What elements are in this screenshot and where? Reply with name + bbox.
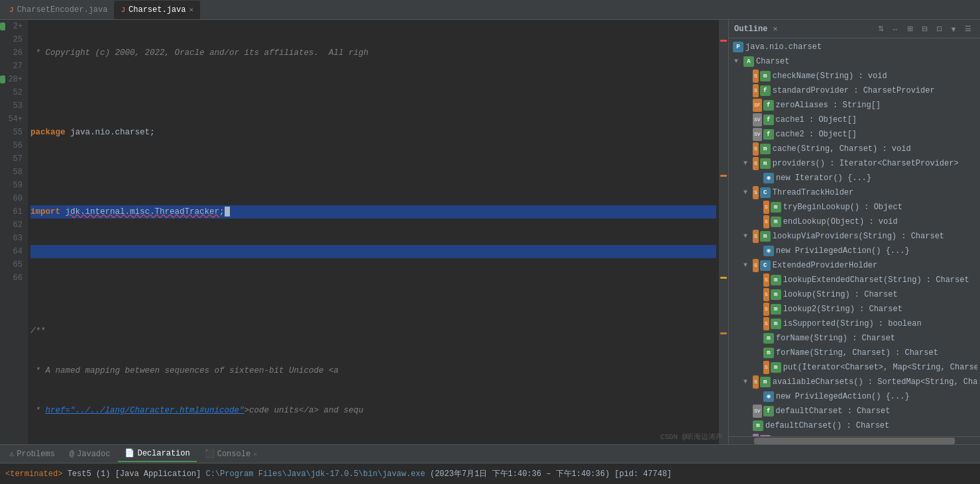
outline-filter-btn[interactable]: ⊡ <box>932 23 946 35</box>
console-time: (2023年7月1日 下午1:40:36 – 下午1:40:36) [pid: … <box>430 469 672 479</box>
tab-charset-label: Charset.java <box>129 5 186 15</box>
line-num-2: 2+ <box>5 20 23 33</box>
outline-item-put[interactable]: S m put(Iterator<Charset>, Map<String, C… <box>729 360 980 375</box>
line-num-54: 54+ <box>5 113 23 126</box>
code-line-54: /** <box>30 324 716 338</box>
forname2-label: forName(String, Charset) : Charset <box>776 346 938 360</box>
badge-s-is: S <box>763 317 769 330</box>
cache-method-label: cache(String, Charset) : void <box>773 142 911 156</box>
badge-s-put: S <box>763 361 769 374</box>
bottom-tab-javadoc[interactable]: @ Javadoc <box>63 446 117 462</box>
outline-item-lookupviaproviders[interactable]: ▼ S m lookupViaProviders(String) : Chars… <box>729 229 980 244</box>
outline-toolbar: ⇅ ↔ ⊞ ⊟ ⊡ ▼ ☰ <box>874 23 975 35</box>
standardprovider-label: standardProvider : CharsetProvider <box>773 84 935 97</box>
line-num-65: 65 <box>5 258 23 271</box>
bottom-tab-problems[interactable]: ⚠ Problems <box>3 446 62 462</box>
line-num-56: 56 <box>5 139 23 152</box>
tab-charset[interactable]: J Charset.java ✕ <box>114 1 200 19</box>
watermark: CSDN @听海边涛声 <box>660 432 723 442</box>
expand-icon-charset: ▼ <box>734 55 743 68</box>
outline-more-btn[interactable]: ▼ <box>947 23 960 35</box>
outline-item-issupported[interactable]: S m isSupported(String) : boolean <box>729 316 980 331</box>
outline-collapse-btn[interactable]: ⊟ <box>918 23 931 35</box>
tab-close-icon[interactable]: ✕ <box>189 5 193 14</box>
outline-item-providers[interactable]: ▼ S m providers() : Iterator<CharsetProv… <box>729 156 980 171</box>
editor-scrollbar[interactable] <box>719 20 728 444</box>
bottom-tab-console[interactable]: ⬛ Console ✕ <box>198 446 264 462</box>
outline-item-cache1[interactable]: SV f cache1 : Object[] <box>729 113 980 127</box>
endlookup-label: endLookup(Object) : void <box>783 215 898 228</box>
outline-item-trybegin[interactable]: S m tryBeginLookup() : Object <box>729 200 980 215</box>
outline-hide-btn[interactable]: ☰ <box>961 23 975 35</box>
tab-charsetencoder[interactable]: J CharsetEncoder.java <box>3 1 114 19</box>
outline-item-defaultcharset-method[interactable]: m defaultCharset() : Charset <box>729 418 980 433</box>
outline-item-standardprovider[interactable]: S f standardProvider : CharsetProvider <box>729 83 980 98</box>
bottom-tab-declaration[interactable]: 📄 Declaration <box>118 446 196 462</box>
new-privileged-2-label: new PrivilegedAction() {...} <box>776 390 910 403</box>
available-label: availableCharsets() : SortedMap<String, … <box>773 375 977 389</box>
badge-s-lookup: S <box>763 288 769 301</box>
tab-icon-java: J <box>9 6 14 14</box>
outline-expand-btn[interactable]: ⊞ <box>903 23 916 35</box>
method-icon-endlookup: m <box>771 217 781 227</box>
outline-item-new-privileged-1[interactable]: ◉ new PrivilegedAction() {...} <box>729 244 980 258</box>
outline-item-lookupextended[interactable]: S m lookupExtendedCharset(String) : Char… <box>729 273 980 287</box>
outline-item-zeroaliases[interactable]: SF f zeroAliases : String[] <box>729 98 980 113</box>
outline-item-extendedproviderholder[interactable]: ▼ S C ExtendedProviderHolder <box>729 258 980 273</box>
line-num-52: 52 <box>5 86 23 99</box>
zeroaliases-label: zeroAliases : String[] <box>776 99 881 112</box>
outline-item-cache-method[interactable]: S m cache(String, Charset) : void <box>729 142 980 156</box>
javadoc-label: Javadoc <box>77 450 110 459</box>
line-num-26: 26 <box>5 46 23 60</box>
outline-item-available[interactable]: ▼ S m availableCharsets() : SortedMap<St… <box>729 375 980 389</box>
tab-charsetencoder-label: CharsetEncoder.java <box>17 5 108 15</box>
badge-s-lookup2: S <box>763 303 769 316</box>
outline-item-threadtrackholder[interactable]: ▼ S C ThreadTrackHolder <box>729 185 980 200</box>
outline-item-forname1[interactable]: m forName(String) : Charset <box>729 331 980 346</box>
outline-item-charset[interactable]: ▼ A Charset <box>729 54 980 69</box>
expand-available: ▼ <box>743 375 753 389</box>
le-label: lookupExtendedCharset(String) : Charset <box>783 273 969 287</box>
outline-item-cache2[interactable]: SV f cache2 : Object[] <box>729 127 980 142</box>
expand-eph: ▼ <box>743 259 753 272</box>
outline-close-icon[interactable]: ✕ <box>773 24 777 34</box>
eph-label: ExtendedProviderHolder <box>773 259 877 272</box>
outline-item-checkname[interactable]: S m checkName(String) : void <box>729 69 980 83</box>
cache2-label: cache2 : Object[] <box>776 128 857 141</box>
code-line-27 <box>30 166 716 179</box>
console-close-icon[interactable]: ✕ <box>253 450 257 458</box>
outline-item-endlookup[interactable]: S m endLookup(Object) : void <box>729 215 980 229</box>
code-container[interactable]: 2+ 25 26 27 28+ 52 53 54+ 55 56 57 58 59… <box>0 20 728 444</box>
outline-item-new-privileged-2[interactable]: ◉ new PrivilegedAction() {...} <box>729 389 980 404</box>
method-icon-avail: m <box>760 377 771 387</box>
badge-sv-dc: SV <box>753 405 762 418</box>
main-area: 2+ 25 26 27 28+ 52 53 54+ 55 56 57 58 59… <box>0 20 980 444</box>
badge-s-sp: S <box>753 84 759 97</box>
badge-sv-c1: SV <box>753 113 762 126</box>
code-content[interactable]: * Copyright (c) 2000, 2022, Oracle and/o… <box>28 20 719 444</box>
badge-s-cache: S <box>753 142 759 156</box>
lookup-label: lookup(String) : Charset <box>783 288 898 301</box>
line-num-62: 62 <box>5 218 23 232</box>
line-num-59: 59 <box>5 179 23 192</box>
code-line-28: import jdk.internal.misc.ThreadTracker; <box>30 205 716 218</box>
terminated-indicator: <terminated> Test5 (1) [Java Application… <box>5 468 672 479</box>
method-icon-trybegin: m <box>771 202 781 213</box>
outline-root: P java.nio.charset <box>729 40 980 54</box>
outline-scrollbar[interactable] <box>754 438 955 444</box>
scroll-marker-4 <box>720 332 727 334</box>
outline-item-forname2[interactable]: m forName(String, Charset) : Charset <box>729 346 980 360</box>
outline-sync-btn[interactable]: ↔ <box>889 23 902 35</box>
outline-item-new-iterator[interactable]: ◉ new Iterator() {...} <box>729 171 980 185</box>
outline-item-lookup[interactable]: S m lookup(String) : Charset <box>729 287 980 302</box>
badge-s-tth: S <box>753 186 759 199</box>
expand-lvp: ▼ <box>743 230 753 243</box>
outline-tree[interactable]: P java.nio.charset ▼ A Charset S m check… <box>729 38 980 436</box>
console-path: C:\Program Files\Java\jdk-17.0.5\bin\jav… <box>205 469 425 479</box>
bottom-panel: ⚠ Problems @ Javadoc 📄 Declaration ⬛ Con… <box>0 444 980 484</box>
outline-item-lookup2[interactable]: S m lookup2(String) : Charset <box>729 302 980 316</box>
inner-icon-tth: C <box>760 187 771 198</box>
badge-s-le: S <box>763 273 769 287</box>
outline-sort-btn[interactable]: ⇅ <box>874 23 887 35</box>
outline-item-defaultcharset-field[interactable]: SV f defaultCharset : Charset <box>729 404 980 418</box>
